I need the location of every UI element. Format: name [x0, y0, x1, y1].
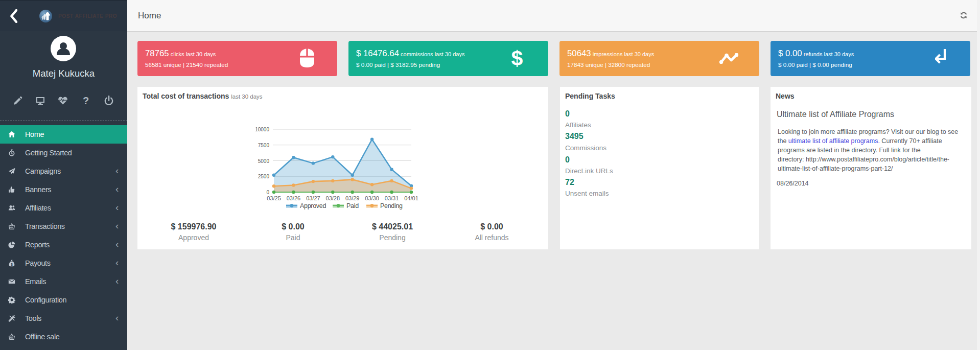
svg-text:0: 0: [266, 190, 269, 195]
svg-text:5000: 5000: [258, 158, 270, 164]
svg-text:$: $: [511, 48, 523, 68]
svg-text:03/29: 03/29: [345, 195, 360, 201]
svg-text:03/26: 03/26: [287, 195, 301, 201]
svg-text:03/25: 03/25: [267, 195, 281, 201]
svg-text:2500: 2500: [258, 174, 270, 179]
svg-text:03/27: 03/27: [306, 195, 320, 201]
svg-text:03/30: 03/30: [365, 195, 379, 201]
svg-text:04/01: 04/01: [404, 195, 418, 201]
svg-text:Approved: Approved: [300, 202, 326, 209]
svg-text:Paid: Paid: [346, 202, 359, 209]
svg-text:7500: 7500: [258, 143, 270, 148]
svg-text:?: ?: [83, 96, 89, 106]
svg-text:03/28: 03/28: [326, 195, 340, 201]
svg-text:10000: 10000: [255, 127, 269, 132]
svg-text:03/31: 03/31: [385, 195, 399, 201]
svg-text:Pending: Pending: [380, 202, 403, 209]
